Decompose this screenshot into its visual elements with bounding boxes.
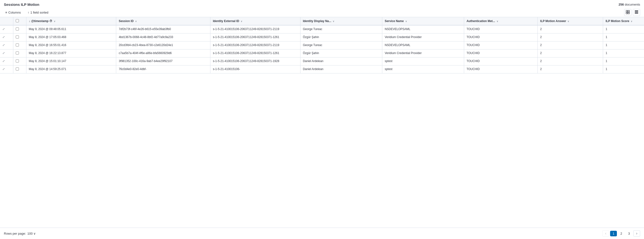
- page-1-button[interactable]: 1: [610, 231, 617, 236]
- ilp-score-col-sort-btn[interactable]: ∨: [630, 20, 633, 23]
- prev-page-button[interactable]: ‹: [602, 230, 609, 236]
- table-body: ⤢May 9, 2024 @ 09:48:05.6117df2b73f-c46f…: [0, 25, 644, 73]
- check-cell: [13, 25, 26, 34]
- svg-rect-5: [635, 12, 638, 12]
- expand-cell: ⤢: [0, 34, 13, 42]
- svc-name-cell: Veridium Credential Provider: [382, 34, 464, 42]
- svg-rect-4: [635, 11, 638, 11]
- density-button[interactable]: [633, 9, 640, 16]
- row-checkbox[interactable]: [16, 27, 19, 31]
- svc-name-cell: sptest: [382, 58, 464, 66]
- data-table: ↓ @timestamp ⏱ ∨ Session ID ∨: [0, 17, 644, 73]
- rows-per-page: Rows per page: 100 ∨: [4, 232, 36, 235]
- ext-id-cell: s-1-5-21-410015106-2063711249-828150371-…: [210, 58, 300, 66]
- disp-name-cell: Özgür Şahin: [300, 50, 382, 58]
- ilp-answer-cell: 2: [538, 50, 603, 58]
- table-row: ⤢May 8, 2024 @ 15:01:10.1473f981352-100c…: [0, 58, 644, 66]
- col-header-session-id[interactable]: Session ID ∨: [116, 17, 210, 25]
- timestamp-cell: May 8, 2024 @ 16:55:01.416: [26, 42, 116, 50]
- next-page-button[interactable]: ›: [633, 230, 640, 236]
- expand-cell: ⤢: [0, 66, 13, 73]
- expand-button[interactable]: ⤢: [2, 67, 5, 71]
- sorted-label: 1 field sorted: [30, 11, 48, 14]
- auth-met-cell: TOUCHID: [464, 66, 538, 73]
- check-cell: [13, 50, 26, 58]
- session-id-cell: 4bd1367b-0068-4c48-8bf2-4d77a9c9a233: [116, 34, 210, 42]
- table-row: ⤢May 9, 2024 @ 09:48:05.6117df2b73f-c46f…: [0, 25, 644, 34]
- col-header-timestamp[interactable]: ↓ @timestamp ⏱ ∨: [26, 17, 116, 25]
- auth-met-col-label: Authentication Met...: [466, 19, 495, 23]
- auth-met-cell: TOUCHID: [464, 25, 538, 34]
- clock-icon: ⏱: [50, 19, 52, 23]
- row-checkbox[interactable]: [16, 59, 19, 63]
- row-checkbox[interactable]: [16, 51, 19, 55]
- grid-view-button[interactable]: [624, 9, 632, 16]
- sort-asc-icon: ↑: [28, 11, 29, 14]
- auth-met-cell: TOUCHID: [464, 34, 538, 42]
- doc-count: 256 documents: [618, 3, 640, 6]
- svg-rect-6: [635, 13, 638, 14]
- disp-name-cell: Daniel Ardelean: [300, 58, 382, 66]
- session-id-cell: 76c0d4e0-82e0-4dbf-: [116, 66, 210, 73]
- row-checkbox[interactable]: [16, 67, 19, 71]
- timestamp-cell: May 8, 2024 @ 16:22:13.877: [26, 50, 116, 58]
- timestamp-col-sort-btn[interactable]: ∨: [53, 20, 56, 23]
- grid-view-icon: [626, 10, 630, 15]
- ilp-score-cell: 1: [603, 50, 644, 58]
- expand-button[interactable]: ⤢: [2, 59, 5, 63]
- svg-rect-3: [628, 12, 630, 14]
- rows-per-page-value: 100: [27, 232, 33, 235]
- timestamp-cell: May 9, 2024 @ 09:48:05.611: [26, 25, 116, 34]
- col-header-svc-name[interactable]: Service Name ∨: [382, 17, 464, 25]
- pagination: ‹ 1 2 3 ›: [602, 230, 640, 236]
- check-cell: [13, 58, 26, 66]
- expand-button[interactable]: ⤢: [2, 35, 5, 39]
- columns-button[interactable]: ≡ Columns: [4, 10, 22, 15]
- expand-button[interactable]: ⤢: [2, 43, 5, 47]
- page-3-button[interactable]: 3: [626, 231, 632, 236]
- sort-desc-icon: ↓: [29, 19, 30, 23]
- ilp-score-cell: 1: [603, 25, 644, 34]
- auth-met-cell: TOUCHID: [464, 42, 538, 50]
- columns-icon: ≡: [5, 11, 7, 14]
- footer: Rows per page: 100 ∨ ‹ 1 2 3 ›: [0, 227, 644, 239]
- disp-name-cell: Özgür Şahin: [300, 34, 382, 42]
- disp-name-cell: Daniel Ardelean: [300, 66, 382, 73]
- ext-id-cell: s-1-5-21-410015106-: [210, 66, 300, 73]
- table-container: ↓ @timestamp ⏱ ∨ Session ID ∨: [0, 17, 644, 227]
- col-header-disp-name[interactable]: Identity Display Na... ∨: [300, 17, 382, 25]
- svc-name-cell: sptest: [382, 66, 464, 73]
- col-header-ilp-answer[interactable]: ILP Motion Answer ∨: [538, 17, 603, 25]
- rows-per-page-select[interactable]: 100 ∨: [27, 232, 36, 235]
- svc-name-col-sort-btn[interactable]: ∨: [405, 20, 408, 23]
- expand-cell: ⤢: [0, 42, 13, 50]
- timestamp-col-label: @timestamp: [31, 19, 49, 23]
- disp-name-cell: George Tureac: [300, 25, 382, 34]
- col-header-auth-met[interactable]: Authentication Met... ∨: [464, 17, 538, 25]
- col-header-ext-id[interactable]: Identity External ID ∨: [210, 17, 300, 25]
- ilp-score-cell: 1: [603, 34, 644, 42]
- svc-name-col-label: Service Name: [385, 19, 404, 23]
- expand-button[interactable]: ⤢: [2, 27, 5, 31]
- col-header-ilp-score[interactable]: ILP Motion Score ∨: [603, 17, 644, 25]
- ilp-answer-cell: 2: [538, 42, 603, 50]
- toolbar: ≡ Columns ↑ 1 field sorted: [0, 8, 644, 17]
- select-all-checkbox[interactable]: [16, 19, 19, 22]
- page-2-button[interactable]: 2: [618, 231, 625, 236]
- row-checkbox[interactable]: [16, 43, 19, 47]
- ext-id-col-sort-btn[interactable]: ∨: [240, 20, 243, 23]
- session-id-cell: 20cd3fd4-cb23-4bea-8730-c2e6120d24e1: [116, 42, 210, 50]
- ilp-answer-col-sort-btn[interactable]: ∨: [567, 20, 570, 23]
- disp-name-col-sort-btn[interactable]: ∨: [332, 20, 335, 23]
- timestamp-cell: May 8, 2024 @ 17:05:03.468: [26, 34, 116, 42]
- svg-rect-2: [626, 12, 628, 14]
- ilp-answer-cell: 2: [538, 58, 603, 66]
- sorted-button[interactable]: ↑ 1 field sorted: [26, 10, 50, 15]
- session-id-col-sort-btn[interactable]: ∨: [134, 20, 137, 23]
- expand-button[interactable]: ⤢: [2, 51, 5, 55]
- ilp-answer-cell: 2: [538, 25, 603, 34]
- row-checkbox[interactable]: [16, 35, 19, 39]
- auth-met-col-sort-btn[interactable]: ∨: [496, 20, 499, 23]
- session-id-cell: 3f981352-100c-416a-9ab7-b4ee29f92107: [116, 58, 210, 66]
- svc-name-cell: NSDEVELOPSAML: [382, 25, 464, 34]
